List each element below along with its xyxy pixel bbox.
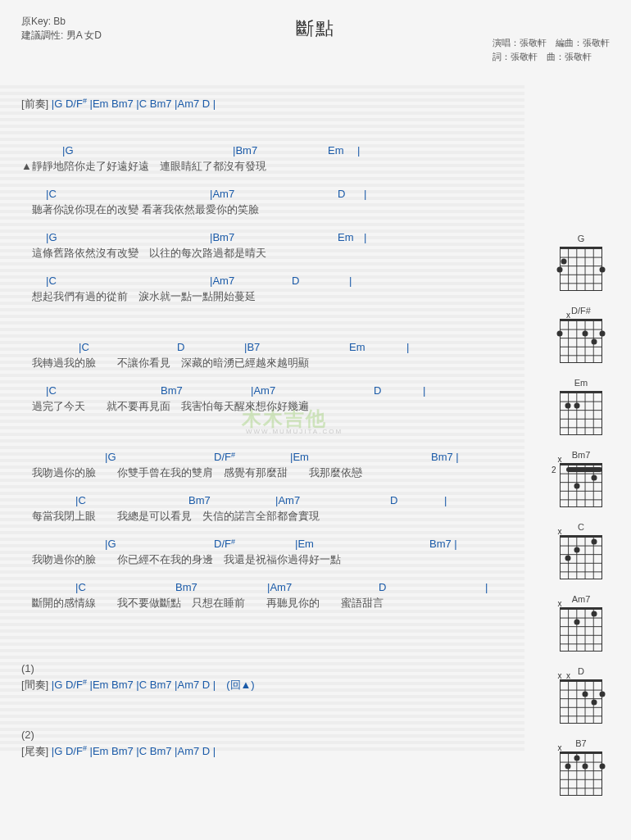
chord-line: |C|Am7D| bbox=[21, 275, 521, 289]
chord-segment: D bbox=[379, 581, 386, 593]
chord-segment: D/F# bbox=[214, 538, 231, 550]
chord-segment: Em bbox=[328, 144, 344, 157]
chord-segment: Bm7 bbox=[175, 581, 197, 593]
chord-segment: |C bbox=[75, 581, 86, 593]
chord-grid: x bbox=[560, 319, 602, 363]
chord-label: Em bbox=[551, 378, 611, 388]
interlude-chords: |G D/F# |Em Bm7 |C Bm7 |Am7 D | bbox=[52, 745, 216, 757]
chord-segment: | bbox=[406, 341, 409, 353]
chord-diagram-am7: Am7 x bbox=[551, 594, 611, 652]
intro-label: [前奏] bbox=[21, 98, 48, 110]
chord-line: |G|Bm7Em| bbox=[21, 231, 521, 246]
lyric-line: 這條舊路依然沒有改變 以往的每次路過都是晴天 bbox=[21, 246, 521, 260]
chord-label: G bbox=[551, 234, 611, 243]
chord-segment: D bbox=[374, 384, 381, 397]
chord-diagram-bm7: Bm7 x 2 bbox=[551, 450, 611, 507]
chord-segment: D bbox=[292, 275, 299, 287]
chord-diagram-b7: B7 x bbox=[551, 738, 611, 796]
intro-line: [前奏] |G D/F# |Em Bm7 |C Bm7 |Am7 D | bbox=[21, 97, 521, 113]
chord-diagram-d: D x x bbox=[551, 666, 611, 724]
interlude-chords: |G D/F# |Em Bm7 |C Bm7 |Am7 D | (回▲) bbox=[52, 679, 255, 691]
chord-segment: |Am7 bbox=[210, 275, 234, 287]
chord-segment: | bbox=[364, 188, 366, 200]
chord-segment: |Bm7 bbox=[233, 144, 257, 157]
chord-segment: Bm7 | bbox=[429, 538, 457, 550]
chord-segment: Em bbox=[349, 341, 365, 353]
interlude-line: [間奏] |G D/F# |Em Bm7 |C Bm7 |Am7 D | (回▲… bbox=[21, 678, 521, 694]
chord-grid: x bbox=[560, 607, 602, 652]
chord-grid: x 2 bbox=[560, 463, 602, 507]
chord-segment: | bbox=[349, 275, 352, 287]
chord-line: |C|Am7D| bbox=[21, 188, 521, 202]
chord-label: D/F# bbox=[551, 306, 611, 316]
chord-segment: |B7 bbox=[244, 341, 260, 353]
chord-segment: |Am7 bbox=[267, 581, 292, 593]
chord-segment: | bbox=[364, 231, 366, 243]
song-title: 斷點 bbox=[296, 16, 335, 41]
suggested-key: 建議調性: 男A 女D bbox=[21, 29, 102, 43]
section-number: (1) bbox=[21, 662, 521, 674]
lyric-block: |G|Bm7Em|▲靜靜地陪你走了好遠好遠 連眼睛紅了都沒有發現 bbox=[21, 144, 521, 173]
chord-segment: |C bbox=[46, 384, 57, 397]
chord-segment: |C bbox=[46, 188, 57, 200]
intro-chords: |G D/F# |Em Bm7 |C Bm7 |Am7 D | bbox=[52, 98, 216, 110]
section-number: (2) bbox=[21, 729, 521, 741]
lyric-block: |CBm7|Am7D| 斷開的感情線 我不要做斷點 只想在睡前 再聽見你的 蜜語… bbox=[21, 581, 521, 610]
chord-segment: Em bbox=[338, 231, 354, 243]
chord-segment: |Am7 bbox=[210, 188, 234, 200]
chord-segment: |G bbox=[105, 538, 116, 550]
lyric-line: 聽著你說你現在的改變 看著我依然最愛你的笑臉 bbox=[21, 202, 521, 216]
sheet-body: [前奏] |G D/F# |Em Bm7 |C Bm7 |Am7 D | |G|… bbox=[21, 72, 521, 780]
lyric-line: 過完了今天 就不要再見面 我害怕每天醒來想你好幾遍 bbox=[21, 399, 521, 413]
chord-segment: |G bbox=[46, 231, 57, 243]
chord-line: |GD/F#|EmBm7 | bbox=[21, 538, 521, 552]
lyric-block: |CD|B7Em| 我轉過我的臉 不讓你看見 深藏的暗湧已經越來越明顯 bbox=[21, 341, 521, 370]
chord-segment: Bm7 bbox=[188, 494, 211, 506]
key-info: 原Key: Bb 建議調性: 男A 女D bbox=[21, 15, 102, 43]
original-key: 原Key: Bb bbox=[21, 15, 102, 29]
chord-segment: D bbox=[177, 341, 184, 353]
chord-segment: |C bbox=[79, 341, 89, 353]
lyric-block: |GD/F#|EmBm7 | 我吻過你的臉 你已經不在我的身邊 我還是祝福你過得… bbox=[21, 538, 521, 566]
credits: 演唱：張敬軒 編曲：張敬軒 詞：張敬軒 曲：張敬軒 bbox=[493, 36, 610, 64]
chord-segment: D bbox=[338, 188, 345, 200]
lyric-block: |GD/F#|EmBm7 | 我吻過你的臉 你雙手曾在我的雙肩 感覺有那麼甜 我… bbox=[21, 451, 521, 479]
chord-segment: |Am7 bbox=[275, 494, 300, 506]
credits-line-2: 詞：張敬軒 曲：張敬軒 bbox=[493, 50, 610, 64]
chord-diagram-em: Em bbox=[551, 378, 611, 435]
chord-segment: |C bbox=[75, 494, 86, 506]
interlude-label: [間奏] bbox=[21, 679, 48, 691]
lyric-block: |C|Am7D| 想起我們有過的從前 淚水就一點一點開始蔓延 bbox=[21, 275, 521, 303]
chord-segment: | bbox=[444, 494, 447, 506]
interlude-line: [尾奏] |G D/F# |Em Bm7 |C Bm7 |Am7 D | bbox=[21, 744, 521, 761]
lyric-block: |CBm7|Am7D| 過完了今天 就不要再見面 我害怕每天醒來想你好幾遍 bbox=[21, 384, 521, 413]
lyric-line: 每當我閉上眼 我總是可以看見 失信的諾言全部都會實現 bbox=[21, 509, 521, 523]
chord-diagrams: G D/F# x Em Bm7 x 2 bbox=[551, 234, 611, 810]
chord-grid: x bbox=[560, 535, 602, 579]
lyric-block: |C|Am7D| 聽著你說你現在的改變 看著我依然最愛你的笑臉 bbox=[21, 188, 521, 216]
chord-segment: |G bbox=[105, 451, 116, 463]
lyric-line: 斷開的感情線 我不要做斷點 只想在睡前 再聽見你的 蜜語甜言 bbox=[21, 596, 521, 610]
chord-segment: |G bbox=[62, 144, 74, 157]
chord-line: |CBm7|Am7D| bbox=[21, 581, 521, 596]
chord-grid: x x bbox=[560, 679, 602, 724]
chord-segment: Bm7 | bbox=[431, 451, 459, 463]
chord-line: |GD/F#|EmBm7 | bbox=[21, 451, 521, 465]
chord-diagram-dfsharp: D/F# x bbox=[551, 306, 611, 363]
interlude-label: [尾奏] bbox=[21, 745, 48, 757]
chord-line: |CD|B7Em| bbox=[21, 341, 521, 356]
lyric-line: 我轉過我的臉 不讓你看見 深藏的暗湧已經越來越明顯 bbox=[21, 356, 521, 370]
header: 原Key: Bb 建議調性: 男A 女D 斷點 演唱：張敬軒 編曲：張敬軒 詞：… bbox=[21, 15, 610, 72]
chord-segment: D bbox=[390, 494, 397, 506]
chord-segment: |Em bbox=[295, 538, 314, 550]
lyric-line: ▲靜靜地陪你走了好遠好遠 連眼睛紅了都沒有發現 bbox=[21, 159, 521, 173]
chord-segment: |Bm7 bbox=[210, 231, 234, 243]
chord-segment: |Am7 bbox=[251, 384, 275, 397]
lyric-line: 我吻過你的臉 你雙手曾在我的雙肩 感覺有那麼甜 我那麼依戀 bbox=[21, 465, 521, 479]
chord-diagram-c: C x bbox=[551, 522, 611, 579]
chord-segment: | bbox=[357, 144, 360, 157]
chord-segment: Bm7 bbox=[161, 384, 183, 397]
chord-segment: D/F# bbox=[214, 451, 231, 463]
chord-segment: | bbox=[423, 384, 425, 397]
chord-grid: x bbox=[560, 751, 602, 796]
